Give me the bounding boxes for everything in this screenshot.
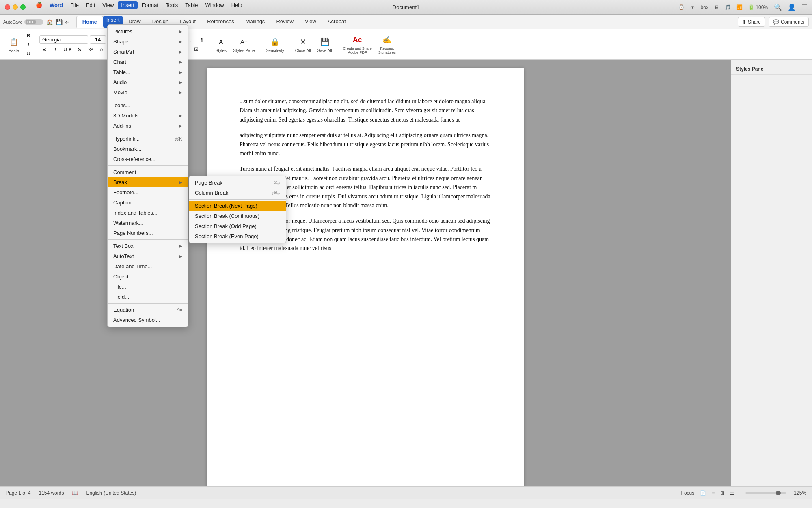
italic-button[interactable]: I — [24, 41, 33, 48]
menu-item-break[interactable]: Break ▶ Page Break ⌘↵ Column Break ⇧⌘↵ S… — [108, 177, 188, 187]
menu-item-shape[interactable]: Shape ▶ — [108, 37, 188, 47]
menu-item-hyperlink[interactable]: Hyperlink... ⌘K — [108, 134, 188, 144]
menu-item-3d-models[interactable]: 3D Models ▶ — [108, 111, 188, 121]
menu-item-page-numbers[interactable]: Page Numbers... — [108, 228, 188, 238]
font-size-field[interactable]: 14 — [90, 35, 106, 44]
tools-menu[interactable]: Tools — [162, 1, 181, 9]
menu-item-file[interactable]: File... — [108, 282, 188, 292]
format-menu[interactable]: Format — [138, 1, 162, 9]
submenu-section-even[interactable]: Section Break (Even Page) — [189, 231, 286, 241]
break-submenu[interactable]: Page Break ⌘↵ Column Break ⇧⌘↵ Section B… — [189, 176, 286, 243]
spell-check-icon[interactable]: 📖 — [72, 490, 78, 496]
menu-item-advanced-symbol[interactable]: Advanced Symbol... — [108, 315, 188, 325]
tab-acrobat[interactable]: Acrobat — [322, 16, 352, 28]
window-menu[interactable]: Window — [202, 1, 227, 9]
menu-item-icons[interactable]: Icons... — [108, 100, 188, 111]
menu-item-autotext[interactable]: AutoText ▶ — [108, 251, 188, 261]
zoom-slider[interactable] — [745, 492, 786, 494]
menu-item-table[interactable]: Table... ▶ — [108, 67, 188, 77]
tab-review[interactable]: Review — [270, 16, 299, 28]
menu-item-footnote-label: Footnote... — [113, 189, 138, 195]
menu-item-addins[interactable]: Add-ins ▶ — [108, 121, 188, 131]
underline-btn2[interactable]: U ▾ — [61, 46, 73, 53]
submenu-section-continuous[interactable]: Section Break (Continuous) — [189, 211, 286, 221]
pilcrow-btn[interactable]: ¶ — [197, 36, 207, 43]
apple-menu[interactable]: 🍎 — [32, 1, 45, 9]
sensitivity-button[interactable]: 🔒 Sensitivity — [263, 35, 287, 54]
help-menu[interactable]: Help — [228, 1, 246, 9]
menu-item-smartart[interactable]: SmartArt ▶ — [108, 47, 188, 57]
bold-btn2[interactable]: B — [39, 46, 49, 53]
menu-item-pictures[interactable]: Pictures ▶ — [108, 26, 188, 37]
submenu-section-odd[interactable]: Section Break (Odd Page) — [189, 221, 286, 231]
tab-references[interactable]: References — [201, 16, 240, 28]
bold-button[interactable]: B — [24, 32, 33, 39]
word-menu[interactable]: Word — [46, 1, 66, 9]
menu-item-datetime[interactable]: Date and Time... — [108, 261, 188, 271]
strikethrough-btn[interactable]: S̶ — [75, 46, 84, 53]
font-name-row: Georgia 14 — [39, 35, 117, 44]
menu-item-comment[interactable]: Comment — [108, 167, 188, 177]
request-signatures-button[interactable]: ✍ RequestSignatures — [376, 33, 398, 56]
tab-view[interactable]: View — [299, 16, 322, 28]
table-menu[interactable]: Table — [182, 1, 201, 9]
zoom-out-btn[interactable]: − — [740, 490, 743, 496]
menu-item-footnote[interactable]: Footnote... — [108, 187, 188, 198]
tab-mailings[interactable]: Mailings — [240, 16, 271, 28]
close-all-button[interactable]: ✕ Close All — [293, 35, 313, 54]
menu-item-object[interactable]: Object... — [108, 271, 188, 282]
zoom-thumb[interactable] — [776, 491, 781, 495]
text-color-btn[interactable]: A — [97, 46, 106, 53]
menu-item-watermark[interactable]: Watermark... — [108, 218, 188, 228]
menu-item-textbox[interactable]: Text Box ▶ — [108, 241, 188, 251]
menu-item-equation[interactable]: Equation ^= — [108, 305, 188, 315]
underline-button[interactable]: U — [24, 50, 33, 57]
menu-item-bookmark[interactable]: Bookmark... — [108, 144, 188, 154]
menu-item-crossref[interactable]: Cross-reference... — [108, 154, 188, 164]
paste-button[interactable]: 📋 Paste — [6, 35, 22, 54]
save-all-button[interactable]: 💾 Save All — [315, 35, 335, 54]
submenu-page-break[interactable]: Page Break ⌘↵ — [189, 178, 286, 188]
share-button[interactable]: ⬆ Share — [738, 17, 765, 27]
font-name-field[interactable]: Georgia — [39, 35, 88, 44]
adobe-icon: Ac — [352, 34, 363, 46]
insert-menu-top[interactable]: Insert — [118, 1, 138, 9]
menu-item-chart-label: Chart — [113, 59, 126, 65]
columns-icon[interactable]: ⊞ — [720, 490, 724, 496]
section-even-label: Section Break (Even Page) — [195, 233, 259, 239]
italic-btn2[interactable]: I — [50, 46, 60, 53]
document-page[interactable]: ...sum dolor sit amet, consectetur adipi… — [207, 68, 524, 486]
create-share-pdf-button[interactable]: Ac Create and ShareAdobe PDF — [341, 33, 374, 56]
file-menu[interactable]: File — [67, 1, 82, 9]
equation-shortcut: ^= — [177, 307, 182, 313]
autosave-toggle[interactable]: OFF — [24, 19, 43, 25]
layout-icon[interactable]: 📄 — [700, 490, 706, 496]
borders-btn[interactable]: ⊡ — [191, 45, 201, 53]
view-menu[interactable]: View — [99, 1, 117, 9]
styles-button[interactable]: A Styles — [213, 35, 229, 54]
zoom-in-btn[interactable]: + — [788, 490, 791, 496]
menu-item-index-tables[interactable]: Index and Tables... — [108, 208, 188, 218]
undo-quick-btn[interactable]: ↩ — [65, 19, 70, 25]
hyperlink-shortcut: ⌘K — [174, 136, 182, 142]
comments-button[interactable]: 💬 Comments — [769, 17, 809, 27]
menu-item-audio[interactable]: Audio ▶ — [108, 77, 188, 87]
superscript-btn[interactable]: x² — [86, 46, 95, 53]
menu-item-movie[interactable]: Movie ▶ — [108, 87, 188, 98]
tab-home[interactable]: Home — [76, 16, 103, 28]
styles-label: Styles — [216, 48, 227, 53]
submenu-section-next-page[interactable]: Section Break (Next Page) — [189, 201, 286, 211]
home-icon[interactable]: 🏠 — [46, 19, 53, 25]
insert-dropdown-menu[interactable]: Pictures ▶ Shape ▶ SmartArt ▶ Chart ▶ Ta… — [107, 24, 188, 327]
focus-button[interactable]: Focus — [681, 490, 695, 496]
menu-item-caption[interactable]: Caption... — [108, 198, 188, 208]
menu-item-chart[interactable]: Chart ▶ — [108, 57, 188, 67]
save-quick-btn[interactable]: 💾 — [56, 19, 63, 25]
sensitivity-label: Sensitivity — [266, 48, 284, 53]
edit-menu[interactable]: Edit — [83, 1, 98, 9]
outline-icon[interactable]: ≡ — [712, 490, 715, 496]
styles-pane-button[interactable]: A≡ Styles Pane — [231, 35, 257, 54]
submenu-column-break[interactable]: Column Break ⇧⌘↵ — [189, 188, 286, 198]
list-view-icon[interactable]: ☰ — [730, 490, 734, 496]
menu-item-field[interactable]: Field... — [108, 292, 188, 302]
